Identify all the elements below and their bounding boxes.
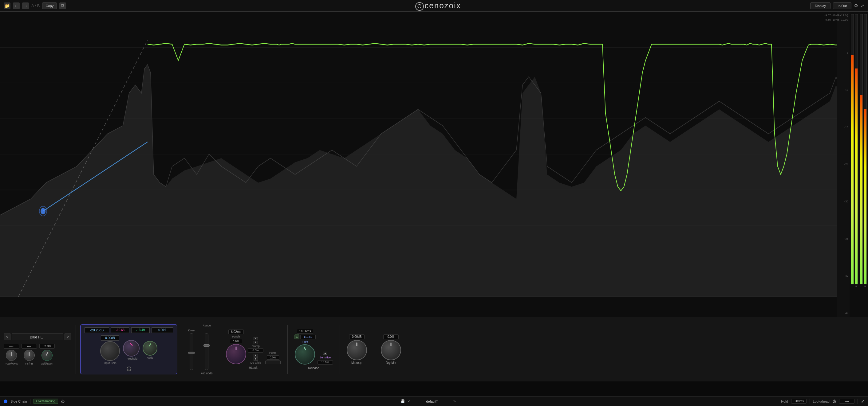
- attack-knob[interactable]: [226, 344, 246, 364]
- ratio-knob[interactable]: [143, 341, 157, 356]
- headphones-icon[interactable]: 🎧: [85, 366, 173, 371]
- vu-meter-left-out: [860, 14, 863, 284]
- lookahead-value: ----: [839, 399, 855, 404]
- divider-4: [287, 325, 288, 374]
- inout-button[interactable]: In/Out: [833, 2, 851, 9]
- status-right: Hold 0.00ms Lookahead ⏻ ---- ⤢: [781, 399, 864, 404]
- clamp-up[interactable]: ▲: [254, 337, 258, 340]
- range-value-bottom: +60.00dB: [201, 372, 213, 375]
- a-indicator: A: [294, 334, 299, 339]
- top-bar: 📁 ← → A / B Copy ⧉ Ccenozoix Display In/…: [0, 0, 868, 12]
- preset-next-button[interactable]: >: [65, 334, 71, 340]
- lookahead-power-icon[interactable]: ⏻: [833, 400, 836, 403]
- attack-time-group: 6.02ms Punch 0.0%: [226, 330, 246, 364]
- db-label-24: -24: [838, 163, 848, 166]
- clamp-arrows: ▲ ▼: [254, 337, 258, 344]
- dry-mix-knob[interactable]: [381, 340, 401, 360]
- makeup-value: 0.00dB: [349, 334, 365, 339]
- oversampling-power-icon[interactable]: ⏻: [61, 400, 65, 403]
- makeup-knob[interactable]: [347, 340, 367, 360]
- vu-label-r1: R: [856, 285, 857, 288]
- declick-label: De-Click: [250, 361, 261, 364]
- clamp-down[interactable]: ▼: [254, 341, 258, 344]
- brand-area: Ccenozoix: [68, 1, 808, 11]
- db-label-12: -12: [838, 89, 848, 92]
- gr-value: -28.28dB: [85, 327, 109, 333]
- range-slider-group: Range ---- +60.00dB: [201, 324, 213, 375]
- attack-section: 6.02ms Punch 0.0% ▲ ▼: [223, 330, 283, 369]
- knee-range-section: Knee Range ---- +60.00dB: [186, 324, 215, 375]
- status-divider-4: [858, 399, 858, 404]
- input-low-value: -10.63: [111, 327, 129, 333]
- ff-fb-value: ----: [22, 344, 37, 348]
- release-a-row: A 110.60: [294, 334, 316, 339]
- copy2-icon[interactable]: ⧉: [59, 2, 66, 9]
- input-gain-knob[interactable]: [100, 341, 120, 361]
- odd-even-label: Odd/Even: [41, 362, 53, 365]
- side-chain-button[interactable]: Side Chain: [10, 400, 27, 403]
- input-gain-group: 0.00dB Input Gain: [100, 335, 120, 365]
- makeup-group: 0.00dB Makeup: [347, 334, 367, 365]
- clamp-declick-group: ▲ ▼ Clamp 0.0% ▲ ▼ De-Click: [248, 337, 264, 364]
- sensitive-arrows: ◀: [323, 352, 327, 355]
- range-slider[interactable]: [205, 333, 208, 370]
- db-label-18: -18: [838, 126, 848, 129]
- vu-meter-right-in: [855, 14, 858, 284]
- db-label-48: -48: [838, 311, 848, 314]
- attack-time-value: 6.02ms: [228, 330, 244, 334]
- hold-value: 0.00ms: [791, 399, 807, 404]
- preset-prev-button[interactable]: <: [4, 334, 10, 340]
- declick-group: ▲ ▼ De-Click: [248, 354, 264, 364]
- dry-mix-value: 0.0%: [383, 334, 399, 339]
- pump-group: Pump 0.0%: [265, 351, 281, 364]
- expand-icon[interactable]: ⤢: [861, 399, 864, 404]
- brand-text: cenozoix: [425, 1, 461, 10]
- odd-even-group: 82.8% Odd/Even: [39, 344, 55, 365]
- preset-nav-prev[interactable]: <: [408, 399, 410, 404]
- folder-icon[interactable]: 📁: [4, 2, 10, 9]
- makeup-section: 0.00dB Makeup: [344, 334, 369, 365]
- odd-even-knob[interactable]: [41, 350, 53, 361]
- settings-icon[interactable]: ⚙: [854, 3, 858, 9]
- vu-meter-left-in: [851, 14, 854, 284]
- vu-meter-right-out: [864, 14, 867, 284]
- release-percent: 110.60: [300, 335, 316, 339]
- copy-button[interactable]: Copy: [42, 2, 57, 9]
- declick-down[interactable]: ▼: [254, 358, 258, 361]
- pump-slider[interactable]: [265, 361, 281, 364]
- knee-label: Knee: [188, 329, 194, 332]
- input-gain-value: 0.00dB: [101, 335, 119, 341]
- oversampling-button[interactable]: Oversampling: [33, 399, 58, 404]
- redo-icon[interactable]: →: [22, 2, 29, 9]
- db-label-30: -30: [838, 200, 848, 203]
- compressor-box: -28.28dB -10.63 -13.49 4.00:1 0.00dB Inp…: [80, 324, 177, 374]
- resize-icon[interactable]: ⤢: [861, 3, 864, 8]
- threshold-knob[interactable]: [123, 340, 140, 357]
- sensitive-up[interactable]: ◀: [323, 352, 327, 355]
- preset-name: Blue FET: [12, 334, 63, 340]
- ff-fb-knob[interactable]: [24, 350, 35, 361]
- db-line1: -9.37 -10.69 -19.10: [824, 13, 848, 18]
- status-preset-name: default*: [413, 400, 450, 403]
- release-knob[interactable]: [295, 344, 315, 365]
- knee-slider[interactable]: [190, 333, 193, 370]
- declick-up[interactable]: ▲: [254, 354, 258, 357]
- vu-meter-right-in-fill: [855, 68, 858, 284]
- vu-meter-left-in-fill: [851, 55, 854, 284]
- display-button[interactable]: Display: [810, 2, 831, 9]
- peak-rms-knob[interactable]: [6, 350, 17, 361]
- undo-icon[interactable]: ←: [13, 2, 20, 9]
- ff-fb-label: FF/FB: [26, 362, 33, 365]
- save-icon[interactable]: 💾: [401, 399, 405, 403]
- db-label-42: -42: [838, 274, 848, 277]
- lookahead-label: Lookahead: [813, 400, 830, 403]
- db-numbers-top: -9.37 -10.69 -19.10 -9.55 -10.66 -19.30: [824, 13, 848, 22]
- preset-nav-next[interactable]: >: [453, 399, 456, 404]
- main-display: 0 -6 -12 -18 -24 -30 -36 -42 -48 L R L: [0, 12, 868, 381]
- peak-rms-label: Peak/RMS: [5, 362, 18, 365]
- knee-slider-group: Knee: [188, 329, 194, 370]
- ff-fb-group: ---- FF/FB: [22, 344, 37, 365]
- pump-label: Pump: [269, 351, 277, 354]
- input-high-value: -13.49: [131, 327, 150, 333]
- comp-knobs: 0.00dB Input Gain Threshold: [85, 335, 173, 365]
